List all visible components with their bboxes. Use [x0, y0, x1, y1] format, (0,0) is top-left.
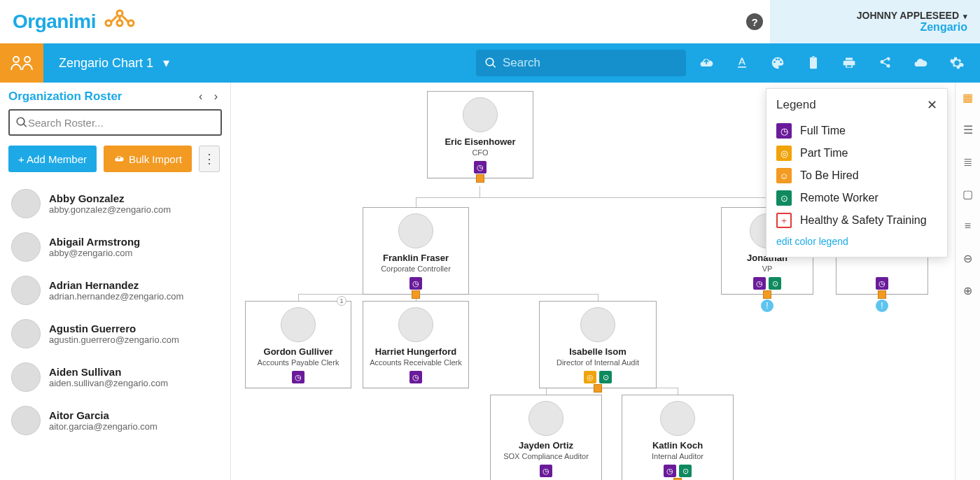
roster-next-button[interactable]: › — [210, 89, 222, 104]
roster-item[interactable]: Agustin Guerreroagustin.guerrero@zengari… — [8, 312, 222, 355]
info-indicator-icon[interactable]: ! — [761, 299, 774, 312]
info-indicator-icon[interactable]: ! — [876, 299, 888, 312]
roster-pager: ‹ › — [195, 90, 222, 103]
expand-handle[interactable] — [763, 290, 771, 299]
roster-item-name: Abigail Armstrong — [49, 236, 140, 248]
roster-actions: + Add Member Bulk Import ⋮ — [8, 146, 222, 172]
people-icon — [10, 55, 34, 71]
global-search[interactable] — [476, 50, 686, 76]
node-name: Eric Eisenhower — [432, 136, 528, 147]
main-toolbar: Zengario Chart 1 ▾ — [0, 43, 980, 83]
zoom-out-icon[interactable]: ⊖ — [960, 250, 976, 266]
legend-label: Remote Worker — [800, 192, 878, 204]
avatar — [11, 189, 41, 218]
lines-icon[interactable]: ≡ — [960, 218, 976, 234]
share-icon[interactable] — [878, 56, 892, 70]
roster-item-email: aitor.garcia@zengario.com — [49, 421, 158, 432]
expand-handle[interactable] — [412, 290, 420, 299]
legend-label: To Be Hired — [800, 169, 859, 182]
chevron-down-icon: ▾ — [963, 12, 967, 20]
roster-item-name: Aitor Garcia — [49, 409, 158, 421]
svg-point-2 — [117, 20, 122, 26]
legend-item: ◎Part Time — [776, 142, 937, 164]
text-format-icon[interactable] — [735, 56, 749, 70]
expand-handle[interactable] — [476, 174, 484, 183]
roster-item-name: Adrian Hernandez — [49, 279, 183, 291]
bulk-import-label: Bulk Import — [129, 153, 182, 165]
roster-item[interactable]: Abby Gonzalezabby.gonzalez@zengario.com — [8, 182, 222, 225]
print-icon[interactable] — [841, 56, 857, 70]
svg-point-8 — [24, 57, 30, 62]
legend-label: Healthy & Safety Training — [800, 214, 927, 227]
roster-prev-button[interactable]: ‹ — [195, 89, 206, 104]
chart-canvas[interactable]: Eric Eisenhower CFO ◷ Franklin Fraser Co… — [231, 83, 955, 480]
roster-item-name: Agustin Guerrero — [49, 323, 179, 334]
legend-panel: Legend ✕ ◷Full Time ◎Part Time ☺To Be Hi… — [766, 88, 948, 257]
chart-node[interactable]: Harriet Hungerford Accounts Receivable C… — [363, 301, 469, 388]
roster-item[interactable]: Abigail Armstrongabby@zengario.com — [8, 225, 222, 269]
list-icon[interactable]: ☰ — [960, 122, 976, 137]
chart-node[interactable]: Franklin Fraser Corporate Controller ◷ — [363, 207, 469, 295]
user-menu[interactable]: JOHNNY APPLESEED▾ Zengario — [770, 0, 980, 43]
palette-icon[interactable] — [770, 55, 785, 71]
connector — [546, 388, 547, 395]
svg-point-3 — [128, 20, 134, 26]
app-header: Organimi ? JOHNNY APPLESEED▾ Zengario — [0, 0, 980, 43]
zoom-in-icon[interactable]: ⊕ — [960, 283, 976, 298]
chart-node[interactable]: Isabelle Isom Director of Internal Audit… — [539, 301, 657, 388]
connector — [298, 294, 299, 301]
bulleted-list-icon[interactable]: ≣ — [960, 154, 976, 169]
roster-item[interactable]: Aiden Sullivanaiden.sullivan@zengario.co… — [8, 355, 222, 399]
chart-node[interactable]: Katlin Koch Internal Auditor ◷⊙ — [622, 395, 734, 480]
node-name: Katlin Koch — [626, 440, 729, 451]
help-icon[interactable]: ? — [746, 13, 763, 30]
brand-name: Organimi — [13, 10, 96, 33]
full-time-badge-icon: ◷ — [292, 371, 304, 383]
chevron-down-icon: ▾ — [163, 55, 169, 71]
node-role: Accounts Receivable Clerk — [368, 358, 464, 367]
close-icon[interactable]: ✕ — [927, 97, 937, 113]
cloud-upload-icon[interactable] — [699, 56, 714, 70]
node-badges: ◷⊙ — [626, 465, 729, 477]
legend-label: Full Time — [800, 125, 846, 137]
chart-node[interactable]: Jayden Ortiz SOX Compliance Auditor ◷ — [490, 395, 602, 480]
global-search-input[interactable] — [503, 56, 678, 70]
roster-search-input[interactable] — [28, 117, 215, 129]
org-switcher-button[interactable] — [0, 43, 43, 83]
expand-handle[interactable] — [878, 290, 886, 299]
roster-item[interactable]: Aitor Garciaaitor.garcia@zengario.com — [8, 399, 222, 442]
node-role: Director of Internal Audit — [544, 358, 652, 367]
node-name: Harriet Hungerford — [368, 346, 464, 357]
avatar — [660, 401, 695, 436]
legend-item: ◷Full Time — [776, 120, 937, 142]
connector — [598, 294, 598, 301]
avatar — [398, 213, 433, 248]
edit-legend-link[interactable]: edit color legend — [776, 236, 937, 247]
org-view-icon[interactable]: ▦ — [960, 90, 976, 105]
gear-icon[interactable] — [949, 55, 965, 71]
chart-selector[interactable]: Zengario Chart 1 ▾ — [43, 55, 185, 71]
node-badges: ◷ — [368, 277, 464, 290]
node-role: SOX Compliance Auditor — [495, 452, 597, 460]
legend-item: ☺To Be Hired — [776, 164, 937, 187]
chart-node[interactable]: Eric Eisenhower CFO ◷ — [427, 91, 533, 178]
roster-item[interactable]: Adrian Hernandezadrian.hernandez@zengari… — [8, 269, 222, 312]
layout-icon[interactable]: ▢ — [960, 186, 976, 202]
node-name: Gordon Gulliver — [250, 346, 346, 357]
roster-more-button[interactable]: ⋮ — [199, 146, 220, 172]
full-time-badge-icon: ◷ — [753, 277, 766, 290]
full-time-badge-icon: ◷ — [664, 465, 676, 477]
roster-item-email: abby@zengario.com — [49, 248, 140, 258]
bulk-import-button[interactable]: Bulk Import — [104, 146, 192, 172]
right-rail: ▦ ☰ ≣ ▢ ≡ ⊖ ⊕ — [955, 83, 980, 480]
cloud-download-icon[interactable] — [913, 56, 928, 70]
avatar — [528, 401, 564, 436]
roster-item-email: adrian.hernandez@zengario.com — [49, 291, 183, 302]
chart-node[interactable]: 1 Gordon Gulliver Accounts Payable Clerk… — [245, 301, 351, 388]
brand-logo[interactable]: Organimi — [13, 9, 138, 34]
expand-handle[interactable] — [594, 384, 602, 393]
add-member-button[interactable]: + Add Member — [8, 146, 97, 172]
clipboard-icon[interactable] — [806, 55, 820, 71]
roster-search[interactable] — [8, 109, 222, 136]
hire-swatch-icon: ☺ — [776, 168, 792, 183]
